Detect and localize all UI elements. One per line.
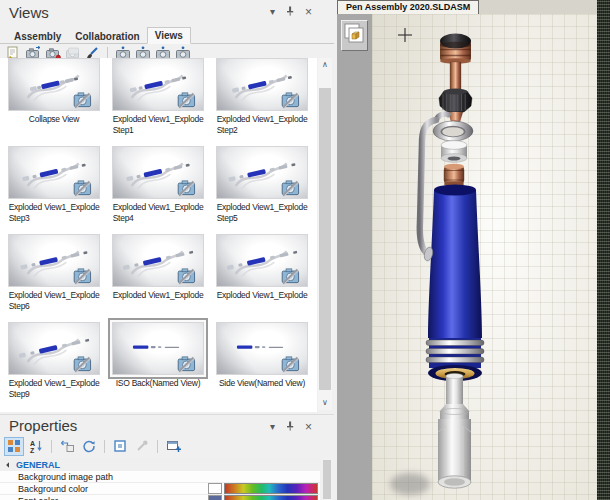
section-general[interactable]: GENERAL <box>0 458 320 471</box>
view-thumbnail-item[interactable]: Exploded View1_Explode Step6 <box>8 234 100 322</box>
color-spectrum[interactable] <box>224 495 318 500</box>
views-scrollbar-thumb[interactable] <box>319 88 331 390</box>
view-thumbnail-scene <box>113 235 203 286</box>
view-thumbnail-item[interactable]: Exploded View1_Explode <box>112 234 204 322</box>
view-thumbnail-label: Exploded View1_Explode <box>113 290 204 301</box>
box-select-icon[interactable] <box>110 437 130 456</box>
view-thumbnail-label: ISO Back(Named View) <box>116 378 201 389</box>
pen-cap-button[interactable] <box>440 34 471 93</box>
view-thumbnail-item[interactable]: Exploded View1_Explode Step3 <box>8 146 100 234</box>
close-icon[interactable]: × <box>305 7 312 17</box>
properties-toolbar: AZ <box>4 436 183 456</box>
properties-panel-header: Properties ▾ × <box>0 415 334 435</box>
pen-barrel[interactable] <box>426 185 484 382</box>
properties-panel-title: Properties <box>9 417 77 434</box>
crosshair-cursor <box>398 28 412 42</box>
new-window-icon[interactable] <box>163 437 183 456</box>
pen-clip-ring[interactable] <box>433 121 473 141</box>
view-thumbnail-image[interactable] <box>216 322 308 375</box>
views-thumbnail-grid: Collapse View Exploded View1_Explode Ste… <box>8 58 317 410</box>
property-row[interactable]: Background image path <box>0 471 320 483</box>
views-panel-header: Views ▾ × <box>0 0 334 26</box>
view-thumbnail-label: Exploded View1_Explode Step2 <box>217 114 308 135</box>
view-thumbnail-label: Exploded View1_Explode Step3 <box>9 202 100 223</box>
view-thumbnail-item[interactable]: Exploded View1_Explode Step9 <box>8 322 100 410</box>
tab-views[interactable]: Views <box>147 27 191 44</box>
pen-washer[interactable] <box>441 141 467 163</box>
property-row[interactable]: Background color <box>0 483 320 495</box>
restore-defaults-icon[interactable] <box>57 437 77 456</box>
pen-tip-cartridge[interactable] <box>438 373 471 488</box>
pen-knurled-nut[interactable] <box>439 89 472 124</box>
property-label: Font color <box>18 496 208 500</box>
camera-badge-icon <box>178 181 194 196</box>
camera-badge-icon <box>282 269 298 284</box>
edrawings-window: Views ▾ × Assembly Collaboration Views <box>0 0 610 500</box>
view-thumbnail-scene <box>217 59 307 110</box>
view-thumbnail-item[interactable]: Exploded View1_Explode Step5 <box>216 146 308 234</box>
tab-assembly[interactable]: Assembly <box>7 29 68 44</box>
camera-badge-icon <box>74 269 90 284</box>
tab-collaboration[interactable]: Collaboration <box>68 29 146 44</box>
view-thumbnail-item[interactable]: Exploded View1_Explode Step2 <box>216 58 308 146</box>
toolbar-separator <box>104 440 105 453</box>
menu-down-icon[interactable]: ▾ <box>270 422 275 432</box>
view-thumbnail-image[interactable] <box>112 146 204 199</box>
property-label: Background image path <box>18 472 208 482</box>
categorized-view-icon[interactable] <box>4 437 24 456</box>
pen-assembly-model[interactable] <box>372 14 597 500</box>
view-thumbnail-image[interactable] <box>216 234 308 287</box>
toolbar-separator <box>51 440 52 453</box>
close-icon[interactable]: × <box>305 422 312 432</box>
scroll-up-icon[interactable]: ∧ <box>318 58 332 72</box>
view-thumbnail-image[interactable] <box>8 322 100 375</box>
property-value[interactable] <box>208 483 320 494</box>
view-thumbnail-image[interactable] <box>216 146 308 199</box>
pin-icon[interactable] <box>286 6 294 18</box>
refresh-icon[interactable] <box>79 437 99 456</box>
viewport-canvas[interactable] <box>372 14 597 500</box>
view-thumbnail-image[interactable] <box>8 146 100 199</box>
pages-button[interactable] <box>341 20 368 51</box>
pen-ferrule[interactable] <box>444 164 464 187</box>
view-thumbnail-item[interactable]: Side View(Named View) <box>216 322 308 410</box>
pin-icon[interactable] <box>286 421 294 433</box>
properties-rows: Background image path Background color F… <box>0 471 320 500</box>
view-thumbnail-item[interactable]: Collapse View <box>8 58 100 146</box>
view-thumbnail-image[interactable] <box>112 234 204 287</box>
scroll-down-icon[interactable]: ∨ <box>318 396 332 410</box>
collapse-triangle-icon[interactable] <box>6 462 12 468</box>
view-thumbnail-scene <box>113 323 203 374</box>
menu-down-icon[interactable]: ▾ <box>270 7 275 17</box>
color-swatch[interactable] <box>208 483 222 494</box>
color-spectrum[interactable] <box>224 483 318 494</box>
property-value[interactable] <box>208 471 320 482</box>
document-tabbar: Pen Assembly 2020.SLDASM <box>337 0 597 15</box>
property-value[interactable] <box>208 495 320 500</box>
view-thumbnail-image[interactable] <box>112 322 204 375</box>
toolbar-separator <box>157 440 158 453</box>
properties-scrollbar[interactable] <box>322 458 332 500</box>
document-tab[interactable]: Pen Assembly 2020.SLDASM <box>337 0 479 14</box>
view-thumbnail-item[interactable]: Exploded View1_Explode Step1 <box>112 58 204 146</box>
views-scrollbar[interactable]: ∧ ∨ <box>318 58 332 410</box>
view-thumbnail-scene <box>9 323 99 374</box>
properties-scrollbar-thumb[interactable] <box>323 460 331 499</box>
view-thumbnail-item[interactable]: Exploded View1_Explode Step4 <box>112 146 204 234</box>
properties-window-controls: ▾ × <box>270 421 312 433</box>
view-thumbnail-image[interactable] <box>216 58 308 111</box>
docked-edge-strip <box>597 0 610 500</box>
alphabetical-sort-icon[interactable]: AZ <box>26 437 46 456</box>
view-thumbnail-image[interactable] <box>8 234 100 287</box>
view-thumbnail-image[interactable] <box>8 58 100 111</box>
eyedropper-icon[interactable] <box>132 437 152 456</box>
property-row[interactable]: Font color <box>0 495 320 500</box>
toolbar-separator <box>107 47 108 59</box>
view-thumbnail-image[interactable] <box>112 58 204 111</box>
svg-text:Z: Z <box>30 447 35 454</box>
section-general-label: GENERAL <box>16 460 60 470</box>
view-thumbnail-item[interactable]: Exploded View1_Explode <box>216 234 308 322</box>
view-thumbnail-item[interactable]: ISO Back(Named View) <box>112 322 204 410</box>
view-thumbnail-label: Exploded View1_Explode Step1 <box>113 114 204 135</box>
color-swatch[interactable] <box>208 495 222 500</box>
